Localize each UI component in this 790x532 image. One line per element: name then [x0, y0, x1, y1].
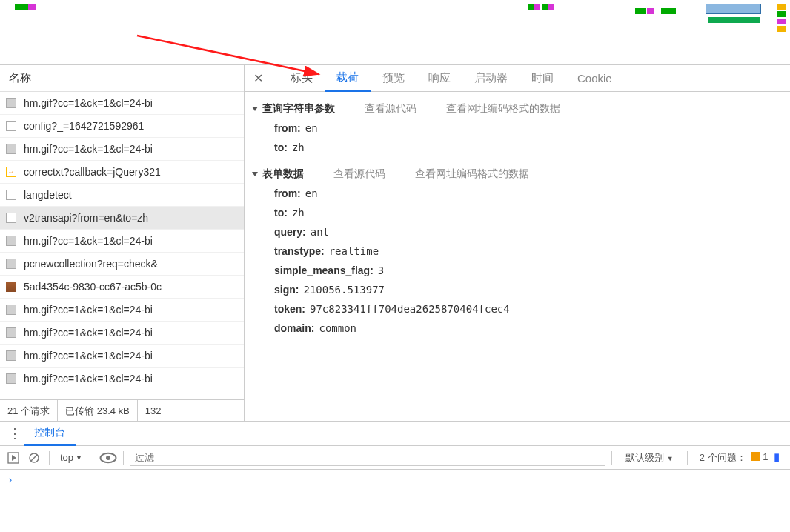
- kv-value: 97c823341ff704dea2625870404fcec4: [310, 303, 510, 315]
- kv-value: en: [305, 122, 318, 134]
- file-type-icon: [6, 144, 16, 154]
- request-name: 5ad4354c-9830-cc67-ac5b-0c: [24, 281, 162, 293]
- kv-row: to:zh: [245, 138, 790, 157]
- clear-icon[interactable]: [25, 449, 43, 467]
- drawer-tab-console[interactable]: 控制台: [24, 422, 76, 446]
- section-header[interactable]: 查询字符串参数查看源代码查看网址编码格式的数据: [245, 99, 790, 119]
- request-row[interactable]: hm.gif?cc=1&ck=1&cl=24-bi: [0, 138, 244, 161]
- file-type-icon: [6, 213, 16, 223]
- request-row[interactable]: hm.gif?cc=1&ck=1&cl=24-bi: [0, 368, 244, 390]
- request-row[interactable]: langdetect: [0, 184, 244, 207]
- tab-载荷[interactable]: 载荷: [325, 65, 371, 92]
- request-name: correctxt?callback=jQuery321: [24, 166, 161, 178]
- request-row[interactable]: config?_=1642721592961: [0, 115, 244, 138]
- kv-row: query:ant: [245, 222, 790, 242]
- kv-value: ant: [311, 226, 329, 238]
- filter-input[interactable]: [130, 450, 605, 466]
- request-list-panel: 名称 hm.gif?cc=1&ck=1&cl=24-biconfig?_=164…: [0, 65, 245, 421]
- section-link[interactable]: 查看网址编码格式的数据: [415, 167, 529, 181]
- tab-时间[interactable]: 时间: [520, 65, 565, 92]
- status-resources: 132: [138, 400, 169, 422]
- file-type-icon: [6, 121, 16, 131]
- file-type-icon: [6, 350, 16, 361]
- kv-row: transtype:realtime: [245, 242, 790, 261]
- more-icon[interactable]: ⋮: [6, 425, 24, 442]
- kv-key: from:: [274, 187, 301, 199]
- request-row[interactable]: 5ad4354c-9830-cc67-ac5b-0c: [0, 276, 244, 299]
- file-type-icon: [6, 373, 16, 384]
- kv-row: to:zh: [245, 203, 790, 222]
- status-transferred: 已传输 23.4 kB: [58, 400, 138, 422]
- kv-value: common: [319, 322, 356, 334]
- timeline-overview[interactable]: [0, 0, 790, 65]
- kv-key: sign:: [274, 284, 299, 296]
- request-row[interactable]: hm.gif?cc=1&ck=1&cl=24-bi: [0, 92, 244, 115]
- payload-panel[interactable]: 查询字符串参数查看源代码查看网址编码格式的数据from:ento:zh表单数据查…: [245, 92, 790, 421]
- request-row[interactable]: hm.gif?cc=1&ck=1&cl=24-bi: [0, 322, 244, 345]
- file-type-icon: [6, 282, 16, 292]
- request-row[interactable]: hm.gif?cc=1&ck=1&cl=24-bi: [0, 230, 244, 253]
- tab-预览[interactable]: 预览: [371, 65, 416, 92]
- tab-启动器[interactable]: 启动器: [462, 65, 520, 92]
- warning-icon: [751, 452, 760, 461]
- request-name: hm.gif?cc=1&ck=1&cl=24-bi: [24, 350, 153, 362]
- console-toolbar: top▼ 默认级别 ▼ 2 个问题： 1 ▮: [0, 446, 790, 470]
- kv-value: zh: [292, 142, 305, 153]
- request-name: pcnewcollection?req=check&: [24, 258, 158, 270]
- status-bar: 21 个请求 已传输 23.4 kB 132: [0, 399, 244, 421]
- section-link[interactable]: 查看源代码: [333, 167, 385, 181]
- request-name: hm.gif?cc=1&ck=1&cl=24-bi: [24, 327, 153, 339]
- request-name: langdetect: [24, 189, 72, 201]
- kv-key: to:: [274, 207, 288, 219]
- request-row[interactable]: pcnewcollection?req=check&: [0, 253, 244, 276]
- request-name: hm.gif?cc=1&ck=1&cl=24-bi: [24, 143, 153, 155]
- request-list[interactable]: hm.gif?cc=1&ck=1&cl=24-biconfig?_=164272…: [0, 92, 244, 399]
- kv-row: domain:common: [245, 319, 790, 338]
- file-type-icon: ↔: [6, 167, 16, 177]
- request-row[interactable]: hm.gif?cc=1&ck=1&cl=24-bi: [0, 299, 244, 322]
- section-header[interactable]: 表单数据查看源代码查看网址编码格式的数据: [245, 164, 790, 184]
- kv-value: 210056.513977: [303, 284, 385, 296]
- console-prompt[interactable]: ›: [0, 470, 790, 490]
- log-levels-selector[interactable]: 默认级别 ▼: [618, 451, 681, 465]
- close-icon[interactable]: ✕: [250, 71, 265, 86]
- file-type-icon: [6, 98, 16, 108]
- context-selector[interactable]: top▼: [56, 452, 87, 463]
- kv-value: 3: [378, 265, 384, 276]
- kv-key: from:: [274, 122, 301, 134]
- request-name: hm.gif?cc=1&ck=1&cl=24-bi: [24, 97, 153, 109]
- kv-key: query:: [274, 226, 306, 238]
- kv-row: simple_means_flag:3: [245, 261, 790, 280]
- issues-summary[interactable]: 2 个问题： 1 ▮: [694, 450, 786, 465]
- kv-row: sign:210056.513977: [245, 280, 790, 299]
- execute-icon[interactable]: [4, 449, 22, 467]
- request-name: hm.gif?cc=1&ck=1&cl=24-bi: [24, 235, 153, 247]
- kv-row: token:97c823341ff704dea2625870404fcec4: [245, 299, 790, 319]
- section-title: 查询字符串参数: [262, 102, 335, 116]
- section-link[interactable]: 查看源代码: [365, 102, 416, 116]
- kv-value: en: [305, 187, 318, 199]
- svg-marker-3: [12, 455, 16, 461]
- section-title: 表单数据: [262, 167, 304, 181]
- request-row[interactable]: hm.gif?cc=1&ck=1&cl=24-bi: [0, 345, 244, 368]
- tab-Cookie[interactable]: Cookie: [565, 65, 624, 92]
- tab-响应[interactable]: 响应: [416, 65, 462, 92]
- kv-key: token:: [274, 303, 305, 315]
- live-expression-icon[interactable]: [99, 449, 117, 467]
- tab-标头[interactable]: 标头: [279, 65, 325, 92]
- kv-value: zh: [292, 207, 305, 219]
- status-requests: 21 个请求: [0, 400, 58, 422]
- request-row[interactable]: ↔correctxt?callback=jQuery321: [0, 161, 244, 184]
- request-name: hm.gif?cc=1&ck=1&cl=24-bi: [24, 304, 153, 316]
- details-tabs: ✕ 标头载荷预览响应启动器时间Cookie: [245, 65, 790, 92]
- collapse-icon: [252, 172, 258, 176]
- request-name: config?_=1642721592961: [24, 120, 144, 132]
- file-type-icon: [6, 327, 16, 338]
- kv-key: simple_means_flag:: [274, 265, 374, 276]
- request-row[interactable]: v2transapi?from=en&to=zh: [0, 207, 244, 230]
- section-link[interactable]: 查看网址编码格式的数据: [446, 102, 560, 116]
- kv-key: to:: [274, 142, 288, 153]
- file-type-icon: [6, 190, 16, 200]
- request-name: hm.gif?cc=1&ck=1&cl=24-bi: [24, 373, 153, 385]
- kv-key: domain:: [274, 322, 314, 334]
